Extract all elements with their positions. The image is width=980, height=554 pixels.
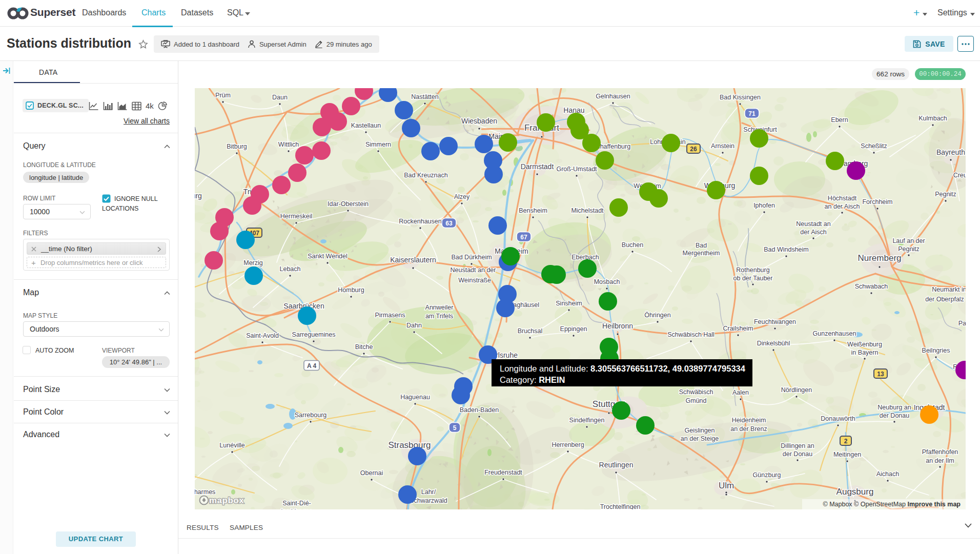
svg-text:Annweiler: Annweiler — [425, 304, 454, 311]
svg-text:Bensheim: Bensheim — [519, 207, 547, 214]
svg-text:Gunzenhausen: Gunzenhausen — [813, 330, 856, 337]
svg-text:Lahr/: Lahr/ — [421, 488, 436, 496]
svg-text:Kastellaun: Kastellaun — [351, 122, 381, 129]
svg-text:ob der Tauber: ob der Tauber — [733, 275, 773, 282]
svg-text:der Oberpfalz: der Oberpfalz — [925, 296, 964, 303]
svg-text:Charmes: Charmes — [195, 488, 215, 496]
svg-text:Pfaffenhofen: Pfaffenhofen — [922, 448, 958, 456]
svg-text:Eppingen: Eppingen — [560, 325, 587, 333]
svg-text:Hermeskeil: Hermeskeil — [280, 213, 313, 220]
svg-text:Sindelfingen: Sindelfingen — [569, 417, 605, 424]
svg-text:Dahn: Dahn — [406, 322, 422, 329]
svg-text:Luxembourg: Luxembourg — [195, 192, 202, 200]
svg-text:A 4: A 4 — [307, 362, 317, 370]
svg-text:Trochtelfingen: Trochtelfingen — [600, 503, 641, 509]
svg-text:Rothenburg: Rothenburg — [736, 266, 769, 274]
svg-text:Prüm: Prüm — [215, 92, 231, 99]
svg-text:Strasbourg: Strasbourg — [388, 440, 431, 450]
svg-text:Neumarkt in: Neumarkt in — [932, 286, 966, 293]
svg-text:les-Vosges: les-Vosges — [281, 508, 312, 509]
svg-text:Merzig: Merzig — [243, 259, 263, 266]
svg-text:Beilngries: Beilngries — [922, 347, 950, 354]
svg-text:Creußen: Creußen — [953, 172, 966, 179]
svg-text:Meitingen: Meitingen — [833, 451, 861, 458]
svg-text:an der Aisch: an der Aisch — [825, 203, 860, 210]
svg-text:Pegnitz: Pegnitz — [898, 245, 920, 253]
svg-text:Bitburg: Bitburg — [227, 143, 247, 150]
svg-text:Öhringen: Öhringen — [644, 312, 670, 319]
svg-text:Saint-Avold: Saint-Avold — [246, 332, 279, 339]
svg-text:Heidenheim: Heidenheim — [732, 417, 766, 424]
svg-text:Homburg: Homburg — [338, 286, 364, 294]
svg-text:Feuchtwangen: Feuchtwangen — [754, 318, 796, 325]
svg-text:der Donau: der Donau — [783, 450, 812, 458]
svg-text:Daun: Daun — [272, 94, 288, 101]
svg-text:Neuburg an: Neuburg an — [877, 404, 911, 411]
svg-text:Geislingen: Geislingen — [684, 427, 714, 434]
svg-text:Nastätten: Nastätten — [411, 93, 439, 100]
svg-text:an der Steige: an der Steige — [681, 435, 719, 442]
svg-text:Schwäbisch: Schwäbisch — [679, 388, 713, 396]
svg-text:Sankt Wendel: Sankt Wendel — [308, 253, 348, 260]
svg-text:Sarrebourg: Sarrebourg — [295, 412, 327, 419]
svg-text:Augsburg: Augsburg — [836, 487, 874, 497]
svg-text:Parsberg: Parsberg — [958, 320, 966, 327]
svg-text:26: 26 — [690, 146, 697, 153]
svg-text:Aichach: Aichach — [876, 470, 900, 478]
svg-text:Buchen: Buchen — [622, 241, 643, 249]
svg-text:Nuremberg: Nuremberg — [858, 253, 901, 263]
svg-text:63: 63 — [445, 220, 453, 227]
svg-text:Baden-Baden: Baden-Baden — [460, 406, 499, 414]
svg-text:Idar-Oberstein: Idar-Oberstein — [328, 200, 369, 208]
svg-text:Ebern: Ebern — [831, 116, 848, 124]
svg-text:Pirmasens: Pirmasens — [375, 312, 405, 319]
svg-text:Scheßlitz: Scheßlitz — [861, 142, 887, 150]
svg-text:Mergentheim: Mergentheim — [683, 250, 720, 257]
svg-text:Weißenburg: Weißenburg — [847, 341, 882, 348]
svg-text:Arnstein: Arnstein — [711, 142, 734, 150]
svg-text:Kaiserslautern: Kaiserslautern — [390, 256, 436, 264]
svg-text:Bitche: Bitche — [355, 343, 373, 351]
svg-text:der Aisch: der Aisch — [800, 229, 826, 236]
svg-text:Dillingen an: Dillingen an — [781, 442, 814, 449]
svg-text:2: 2 — [844, 438, 848, 445]
svg-text:Gmünd: Gmünd — [686, 397, 707, 404]
svg-text:Neustadt an: Neustadt an — [796, 220, 830, 228]
svg-text:Bad Kissingen: Bad Kissingen — [720, 94, 761, 101]
svg-text:Bad Kreuznach: Bad Kreuznach — [404, 172, 448, 179]
svg-text:Kulmbach: Kulmbach — [918, 115, 947, 122]
svg-text:Dinkelsbühl: Dinkelsbühl — [757, 340, 790, 347]
svg-text:Sarreguemines: Sarreguemines — [292, 331, 336, 338]
svg-text:Gelnhausen: Gelnhausen — [596, 93, 630, 100]
svg-text:Lunéville: Lunéville — [219, 442, 244, 449]
svg-text:71: 71 — [748, 110, 756, 117]
svg-text:Reutlingen: Reutlingen — [599, 461, 634, 469]
svg-text:Donauwörth: Donauwörth — [821, 415, 855, 422]
svg-text:Freudenstadt: Freudenstadt — [484, 469, 522, 476]
svg-text:Schwabach: Schwabach — [855, 283, 888, 290]
svg-text:Mosbach: Mosbach — [594, 278, 620, 285]
svg-text:© Mapbox © OpenStreetMap Impro: © Mapbox © OpenStreetMap Improve this ma… — [823, 501, 961, 508]
svg-text:Aalen: Aalen — [732, 389, 749, 396]
svg-text:Bruchsal: Bruchsal — [518, 327, 543, 335]
svg-text:der Donau: der Donau — [880, 412, 909, 419]
svg-text:Wittlich: Wittlich — [278, 141, 299, 148]
svg-text:Bad: Bad — [696, 242, 707, 249]
svg-text:Nördlingen: Nördlingen — [781, 386, 812, 394]
svg-text:Bayreuth: Bayreuth — [936, 148, 965, 156]
svg-text:Haguenau: Haguenau — [400, 394, 430, 401]
svg-text:Iphofen: Iphofen — [753, 202, 775, 209]
svg-text:Darmstadt: Darmstadt — [521, 162, 554, 171]
svg-text:mapbox: mapbox — [209, 496, 244, 505]
svg-text:Michelstadt: Michelstadt — [571, 207, 604, 214]
svg-text:Obernai: Obernai — [360, 469, 383, 477]
svg-text:Weinstraße: Weinstraße — [458, 277, 491, 284]
svg-text:Herrenberg: Herrenberg — [552, 441, 584, 448]
svg-text:Wiesbaden: Wiesbaden — [461, 117, 497, 125]
svg-text:Bad Dürkheim: Bad Dürkheim — [451, 254, 492, 261]
svg-text:Ulm: Ulm — [719, 481, 734, 490]
svg-text:Neustadt an der: Neustadt an der — [451, 266, 496, 274]
svg-text:Saint-Dié-: Saint-Dié- — [282, 500, 311, 507]
svg-text:67: 67 — [520, 234, 527, 241]
svg-text:Bad Windsheim: Bad Windsheim — [764, 246, 809, 253]
